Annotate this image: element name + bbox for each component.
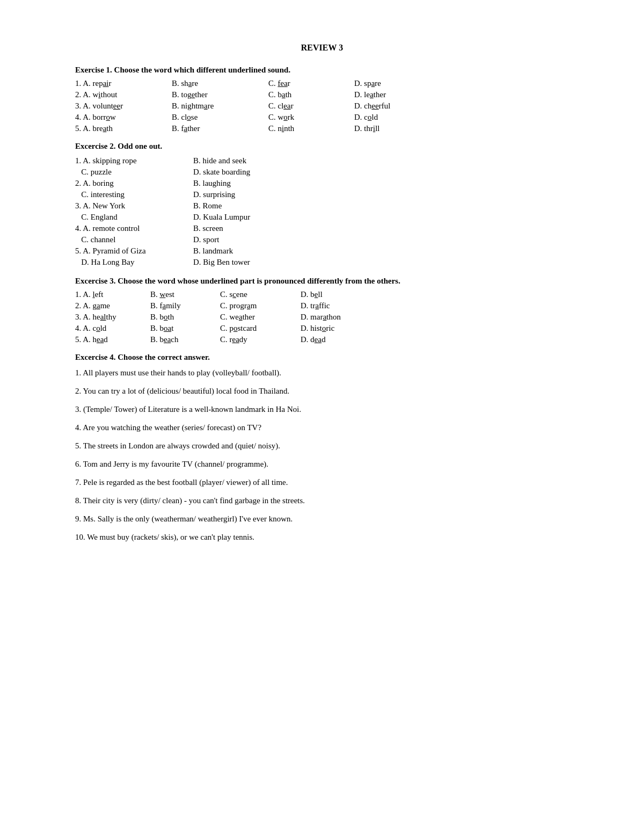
ex1-r2-d: D. leather xyxy=(354,90,440,99)
ex3-r2-c: C. program xyxy=(220,301,301,310)
ex2-row-2: 2. A. boring B. laughing C. interesting … xyxy=(75,178,569,200)
ex2-row-3: 3. A. New York B. Rome C. England D. Kua… xyxy=(75,200,569,223)
ex1-r5-d: D. thrill xyxy=(354,124,440,133)
exercise-1-row-5: 5. A. breath B. father C. ninth D. thril… xyxy=(75,124,569,133)
ex3-r4-b: B. boat xyxy=(150,324,220,333)
exercise-3-title: Excercise 3. Choose the word whose under… xyxy=(75,277,569,286)
ex3-r4-c: C. postcard xyxy=(220,324,301,333)
ex4-item-7: 7. Pele is regarded as the best football… xyxy=(75,476,569,489)
ex3-r4-num-a: 4. A. cold xyxy=(75,324,150,333)
ex4-item-10: 10. We must buy (rackets/ skis), or we c… xyxy=(75,531,569,543)
ex1-r3-c: C. clear xyxy=(268,101,354,111)
exercise-1-title: Exercise 1. Choose the word which differ… xyxy=(75,66,569,75)
ex1-r4-d: D. cold xyxy=(354,113,440,122)
ex3-row-3: 3. A. healthy B. both C. weather D. mara… xyxy=(75,313,569,322)
ex3-r3-d: D. marathon xyxy=(301,313,386,322)
exercise-4: Excercise 4. Choose the correct answer. … xyxy=(75,353,569,543)
ex3-row-1: 1. A. left B. west C. scene D. bell xyxy=(75,290,569,299)
ex1-r5-b: B. father xyxy=(172,124,268,133)
ex4-item-8: 8. Their city is very (dirty/ clean) - y… xyxy=(75,494,569,507)
ex1-r4-a: 4. A. borrow xyxy=(75,113,172,122)
exercise-1-row-4: 4. A. borrow B. close C. work D. cold xyxy=(75,113,569,122)
exercise-1-row-3: 3. A. volunteer B. nightmare C. clear D.… xyxy=(75,101,569,111)
ex3-row-5: 5. A. head B. beach C. ready D. dead xyxy=(75,335,569,344)
ex3-row-4: 4. A. cold B. boat C. postcard D. histor… xyxy=(75,324,569,333)
exercise-2: Excercise 2. Odd one out. 1. A. skipping… xyxy=(75,142,569,268)
ex1-r1-b: B. share xyxy=(172,79,268,88)
ex3-r1-d: D. bell xyxy=(301,290,386,299)
ex4-item-2: 2. You can try a lot of (delicious/ beau… xyxy=(75,385,569,397)
ex4-item-1: 1. All players must use their hands to p… xyxy=(75,366,569,379)
ex2-row-4: 4. A. remote control B. screen C. channe… xyxy=(75,223,569,245)
exercise-2-title: Excercise 2. Odd one out. xyxy=(75,142,569,151)
ex1-r2-c: C. bath xyxy=(268,90,354,99)
ex3-r2-b: B. family xyxy=(150,301,220,310)
ex3-r2-d: D. traffic xyxy=(301,301,386,310)
ex1-r3-d: D. cheerful xyxy=(354,101,440,111)
ex4-item-9: 9. Ms. Sally is the only (weatherman/ we… xyxy=(75,512,569,525)
ex1-r4-b: B. close xyxy=(172,113,268,122)
ex1-r3-a: 3. A. volunteer xyxy=(75,101,172,111)
ex4-item-6: 6. Tom and Jerry is my favourite TV (cha… xyxy=(75,458,569,470)
ex4-item-5: 5. The streets in London are always crow… xyxy=(75,439,569,452)
ex1-r3-b: B. nightmare xyxy=(172,101,268,111)
ex1-r1-c: C. fear xyxy=(268,79,354,88)
ex1-r5-c: C. ninth xyxy=(268,124,354,133)
ex3-r5-num-a: 5. A. head xyxy=(75,335,150,344)
ex1-r4-c: C. work xyxy=(268,113,354,122)
ex3-r5-c: C. ready xyxy=(220,335,301,344)
exercise-1-row-1: 1. A. repair B. share C. fear D. spare xyxy=(75,79,569,88)
ex1-r2-b: B. together xyxy=(172,90,268,99)
exercise-1: Exercise 1. Choose the word which differ… xyxy=(75,66,569,133)
ex1-r1-a: 1. A. repair xyxy=(75,79,172,88)
ex2-row-1: 1. A. skipping rope B. hide and seek C. … xyxy=(75,155,569,178)
ex3-r1-c: C. scene xyxy=(220,290,301,299)
exercise-1-row-2: 2. A. without B. together C. bath D. lea… xyxy=(75,90,569,99)
ex3-r3-c: C. weather xyxy=(220,313,301,322)
ex3-r3-b: B. both xyxy=(150,313,220,322)
exercise-4-title: Excercise 4. Choose the correct answer. xyxy=(75,353,569,362)
ex3-row-2: 2. A. game B. family C. program D. traff… xyxy=(75,301,569,310)
ex3-r5-b: B. beach xyxy=(150,335,220,344)
exercise-3: Excercise 3. Choose the word whose under… xyxy=(75,277,569,344)
ex3-r5-d: D. dead xyxy=(301,335,386,344)
page-title: REVIEW 3 xyxy=(75,43,569,53)
ex2-row-5: 5. A. Pyramid of Giza B. landmark D. Ha … xyxy=(75,245,569,268)
ex4-item-3: 3. (Temple/ Tower) of Literature is a we… xyxy=(75,403,569,416)
ex3-r2-num-a: 2. A. game xyxy=(75,301,150,310)
ex1-r5-a: 5. A. breath xyxy=(75,124,172,133)
ex3-r1-b: B. west xyxy=(150,290,220,299)
ex1-r1-d: D. spare xyxy=(354,79,440,88)
ex3-r1-num-a: 1. A. left xyxy=(75,290,150,299)
ex1-r2-a: 2. A. without xyxy=(75,90,172,99)
ex3-r4-d: D. historic xyxy=(301,324,386,333)
ex4-item-4: 4. Are you watching the weather (series/… xyxy=(75,421,569,434)
ex3-r3-num-a: 3. A. healthy xyxy=(75,313,150,322)
